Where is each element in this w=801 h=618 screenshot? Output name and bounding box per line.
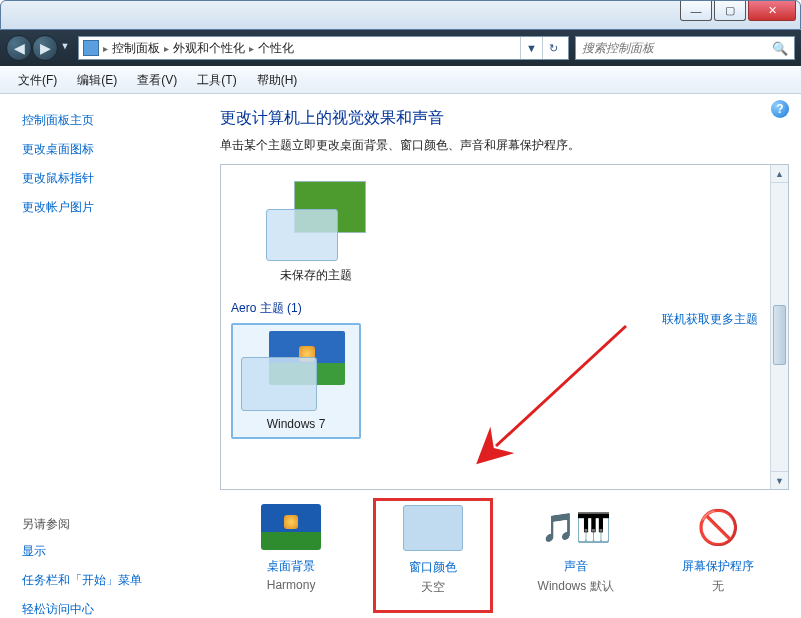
setting-wallpaper-label: 桌面背景 [231,558,351,575]
scroll-thumb[interactable] [773,305,786,365]
nav-arrows: ◀ ▶ ▼ [6,35,72,61]
setting-window-color[interactable]: 窗口颜色 天空 [373,498,493,613]
body: 控制面板主页 更改桌面图标 更改鼠标指针 更改帐户图片 另请参阅 显示 任务栏和… [0,94,801,618]
search-icon: 🔍 [772,41,788,56]
content: ? 更改计算机上的视觉效果和声音 单击某个主题立即更改桌面背景、窗口颜色、声音和… [210,94,801,618]
menu-file[interactable]: 文件(F) [8,68,67,93]
sidebar-item-home[interactable]: 控制面板主页 [22,112,188,129]
wallpaper-icon [261,504,321,550]
menu-bar: 文件(F) 编辑(E) 查看(V) 工具(T) 帮助(H) [0,66,801,94]
scrollbar[interactable]: ▲ ▼ [770,165,788,489]
menu-tools[interactable]: 工具(T) [187,68,246,93]
see-also-display[interactable]: 显示 [22,543,188,560]
scroll-down-icon[interactable]: ▼ [771,471,788,489]
window-color-icon [403,505,463,551]
page-title: 更改计算机上的视觉效果和声音 [220,108,789,129]
sidebar-item-picture[interactable]: 更改帐户图片 [22,199,188,216]
breadcrumb-1[interactable]: 外观和个性化 [173,40,245,57]
menu-view[interactable]: 查看(V) [127,68,187,93]
chevron-right-icon: ▸ [103,43,108,54]
location-icon [83,40,99,56]
chevron-right-icon: ▸ [249,43,254,54]
refresh-button[interactable]: ↻ [542,37,564,59]
theme-thumbnail [241,331,351,411]
theme-windows7[interactable]: Windows 7 [231,323,361,439]
back-button[interactable]: ◀ [6,35,32,61]
theme-windows7-label: Windows 7 [239,417,353,431]
close-button[interactable]: ✕ [748,1,796,21]
see-also-ease[interactable]: 轻松访问中心 [22,601,188,618]
setting-sound[interactable]: 🎵🎹 声音 Windows 默认 [516,504,636,613]
setting-sound-value: Windows 默认 [538,579,614,593]
search-box[interactable]: 🔍 [575,36,795,60]
search-input[interactable] [582,41,772,55]
theme-thumbnail [266,181,366,261]
title-bar: — ▢ ✕ [0,0,801,30]
settings-row: 桌面背景 Harmony 窗口颜色 天空 🎵🎹 声音 Windows 默认 🚫 … [220,504,789,613]
setting-screensaver-label: 屏幕保护程序 [658,558,778,575]
theme-unsaved[interactable]: 未保存的主题 [261,181,371,284]
scroll-up-icon[interactable]: ▲ [771,165,788,183]
history-dropdown[interactable]: ▼ [58,35,72,57]
setting-sound-label: 声音 [516,558,636,575]
sound-icon: 🎵🎹 [546,504,606,550]
setting-wallpaper-value: Harmony [267,578,316,592]
setting-window-color-label: 窗口颜色 [384,559,482,576]
menu-help[interactable]: 帮助(H) [247,68,308,93]
address-bar[interactable]: ▸ 控制面板 ▸ 外观和个性化 ▸ 个性化 ▼ ↻ [78,36,569,60]
themes-pane: 未保存的主题 联机获取更多主题 Aero 主题 (1) Windows 7 ▲ … [220,164,789,490]
online-themes-link[interactable]: 联机获取更多主题 [662,311,758,328]
chevron-right-icon: ▸ [164,43,169,54]
maximize-button[interactable]: ▢ [714,1,746,21]
breadcrumb-2[interactable]: 个性化 [258,40,294,57]
setting-screensaver[interactable]: 🚫 屏幕保护程序 无 [658,504,778,613]
setting-wallpaper[interactable]: 桌面背景 Harmony [231,504,351,613]
screensaver-icon: 🚫 [688,504,748,550]
theme-unsaved-label: 未保存的主题 [261,267,371,284]
forward-button[interactable]: ▶ [32,35,58,61]
page-description: 单击某个主题立即更改桌面背景、窗口颜色、声音和屏幕保护程序。 [220,137,789,154]
see-also-taskbar[interactable]: 任务栏和「开始」菜单 [22,572,188,589]
see-also-header: 另请参阅 [22,516,188,533]
sidebar-item-icons[interactable]: 更改桌面图标 [22,141,188,158]
setting-screensaver-value: 无 [712,579,724,593]
address-dropdown[interactable]: ▼ [520,37,542,59]
sidebar: 控制面板主页 更改桌面图标 更改鼠标指针 更改帐户图片 另请参阅 显示 任务栏和… [0,94,210,618]
menu-edit[interactable]: 编辑(E) [67,68,127,93]
help-icon[interactable]: ? [771,100,789,118]
breadcrumb-0[interactable]: 控制面板 [112,40,160,57]
minimize-button[interactable]: — [680,1,712,21]
setting-window-color-value: 天空 [421,580,445,594]
nav-bar: ◀ ▶ ▼ ▸ 控制面板 ▸ 外观和个性化 ▸ 个性化 ▼ ↻ 🔍 [0,30,801,66]
sidebar-item-cursor[interactable]: 更改鼠标指针 [22,170,188,187]
window-controls: — ▢ ✕ [678,1,796,21]
